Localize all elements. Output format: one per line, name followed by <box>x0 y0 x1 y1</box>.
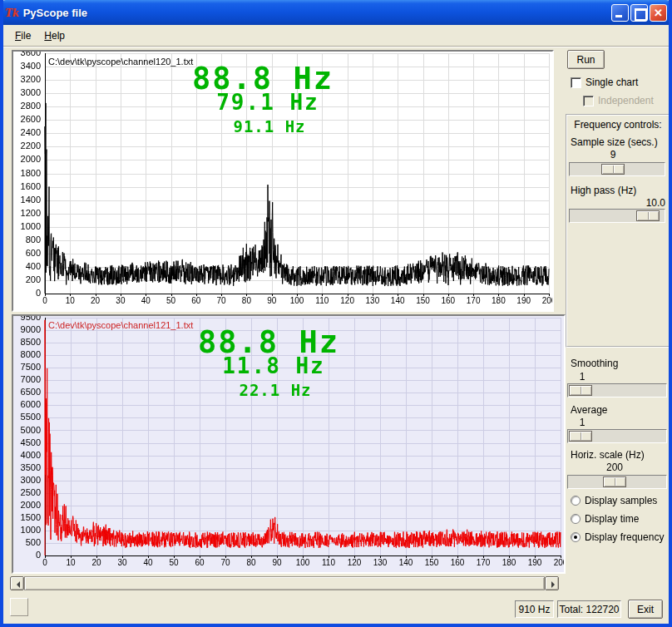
display-time-row[interactable]: Display time <box>571 513 639 525</box>
status-grip-box <box>10 598 28 616</box>
bottom-peak-annotation-3: 22.1 Hz <box>0 381 551 399</box>
scrollbar-thumb[interactable] <box>24 576 545 590</box>
independent-label: Independent <box>598 95 654 106</box>
status-total: Total: 122720 <box>557 600 621 618</box>
horizontal-scrollbar[interactable] <box>10 576 559 590</box>
display-time-radio[interactable] <box>571 514 581 524</box>
display-samples-radio[interactable] <box>571 496 581 506</box>
scroll-left-arrow-icon[interactable] <box>10 576 24 590</box>
menu-file[interactable]: File <box>8 27 37 44</box>
title-bar[interactable]: Tk PyScope file ✕ <box>0 0 672 25</box>
smoothing-slider-thumb[interactable] <box>569 385 592 396</box>
display-frequency-label: Display frequency <box>585 531 664 543</box>
display-samples-row[interactable]: Display samples <box>571 495 657 506</box>
close-button[interactable]: ✕ <box>650 4 667 22</box>
display-frequency-row[interactable]: Display frequency <box>571 531 664 543</box>
tk-logo-icon: Tk <box>5 6 19 20</box>
single-chart-row[interactable]: Single chart <box>571 77 638 88</box>
bottom-chart: C:\dev\tk\pyscope\channel121_1.txt 88.8 … <box>12 314 566 574</box>
display-time-label: Display time <box>585 513 639 525</box>
exit-button[interactable]: Exit <box>628 600 663 619</box>
average-slider[interactable] <box>567 429 667 443</box>
high-pass-slider-thumb[interactable] <box>636 210 660 221</box>
high-pass-label: High pass (Hz) <box>571 185 636 196</box>
horiz-scale-label: Horiz. scale (Hz) <box>571 449 645 461</box>
horiz-scale-slider-thumb[interactable] <box>603 476 626 487</box>
app-window: Tk PyScope file ✕ File Help C:\dev\tk\py… <box>0 0 672 627</box>
horiz-scale-value: 200 <box>598 462 631 473</box>
maximize-button[interactable] <box>630 4 648 22</box>
average-slider-thumb[interactable] <box>569 431 592 442</box>
run-button[interactable]: Run <box>567 50 605 69</box>
horiz-scale-slider[interactable] <box>567 475 667 489</box>
top-peak-annotation-3: 91.1 Hz <box>0 117 539 136</box>
sample-size-label: Sample size (secs.) <box>571 136 658 148</box>
sample-size-slider-thumb[interactable] <box>601 164 625 175</box>
independent-checkbox <box>583 96 594 106</box>
single-chart-label: Single chart <box>586 77 638 88</box>
average-label: Average <box>571 404 607 416</box>
independent-row: Independent <box>583 95 654 106</box>
window-title: PyScope file <box>23 7 610 19</box>
sample-size-value: 9 <box>600 149 625 160</box>
smoothing-slider[interactable] <box>567 383 667 397</box>
display-frequency-radio[interactable] <box>571 532 581 542</box>
menu-help[interactable]: Help <box>37 27 72 44</box>
top-peak-annotation-2: 79.1 Hz <box>0 90 537 115</box>
high-pass-slider[interactable] <box>569 209 665 223</box>
single-chart-checkbox[interactable] <box>571 77 581 88</box>
smoothing-value: 1 <box>570 371 595 383</box>
display-samples-label: Display samples <box>585 495 657 506</box>
menu-bar: File Help <box>3 25 669 47</box>
sample-size-slider[interactable] <box>569 162 665 176</box>
smoothing-label: Smoothing <box>571 358 618 369</box>
scroll-right-arrow-icon[interactable] <box>545 576 559 590</box>
minimize-button[interactable] <box>611 4 629 22</box>
top-chart: C:\dev\tk\pyscope\channel120_1.txt 88.8 … <box>12 50 554 312</box>
average-value: 1 <box>570 417 595 428</box>
bottom-peak-annotation-2: 11.8 Hz <box>0 353 549 378</box>
frequency-controls-title: Frequency controls: <box>566 119 670 131</box>
high-pass-value: 10.0 <box>569 197 665 209</box>
status-frequency: 910 Hz <box>515 600 554 618</box>
